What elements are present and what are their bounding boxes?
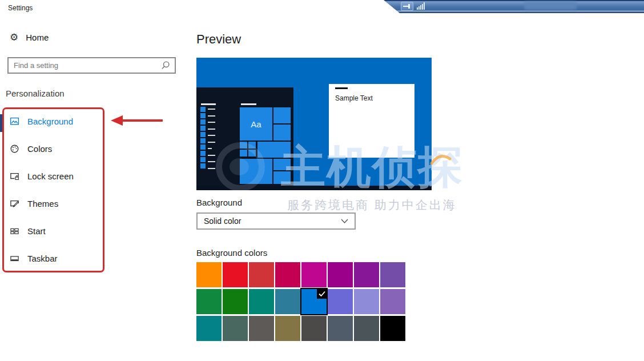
toolbar-fragment (384, 0, 644, 13)
color-swatch[interactable] (380, 316, 405, 341)
sidebar-item-themes[interactable]: Themes (5, 192, 103, 215)
search-icon[interactable] (160, 61, 171, 71)
color-swatch[interactable] (301, 262, 327, 287)
sidebar-item-label: Lock screen (27, 171, 74, 181)
color-swatch[interactable] (196, 316, 222, 341)
selection-indicator (0, 114, 2, 132)
color-swatch[interactable] (275, 316, 300, 341)
color-swatch[interactable] (380, 289, 405, 314)
sidebar-item-background[interactable]: Background (5, 110, 103, 133)
tile (273, 107, 291, 123)
watermark-orange-accent (429, 151, 452, 174)
background-colors-label: Background colors (196, 248, 267, 258)
sidebar-item-colors[interactable]: Colors (5, 137, 103, 160)
color-swatch[interactable] (249, 289, 274, 314)
tile (273, 171, 291, 184)
color-swatch[interactable] (301, 289, 327, 314)
check-icon (317, 289, 327, 299)
tile (240, 159, 272, 184)
sidebar-item-label: Themes (27, 199, 58, 208)
color-swatch[interactable] (354, 289, 379, 314)
color-swatch[interactable] (196, 289, 222, 314)
color-swatch[interactable] (223, 289, 248, 314)
tile-mini-grid (240, 142, 256, 157)
taskbar-icon (10, 254, 19, 263)
background-type-dropdown[interactable]: Solid color (196, 212, 356, 230)
tile (273, 125, 291, 141)
color-swatch[interactable] (275, 262, 300, 287)
settings-window: Settings ⚙ Home Personalization Backgrou… (0, 0, 644, 361)
section-label-personalization: Personalization (6, 89, 65, 98)
home-label: Home (26, 33, 49, 42)
sidebar-item-label: Start (27, 226, 46, 236)
palette-icon (10, 144, 19, 154)
color-swatch[interactable] (354, 262, 379, 287)
color-swatch[interactable] (223, 262, 248, 287)
color-swatch[interactable] (380, 262, 405, 287)
tile (257, 142, 291, 158)
sidebar-item-lock-screen[interactable]: Lock screen (5, 165, 103, 187)
search-box[interactable] (7, 57, 176, 74)
color-swatch[interactable] (249, 316, 274, 341)
taskbar-preview (196, 186, 432, 190)
window-title: Settings (8, 4, 33, 12)
lock-screen-icon (10, 171, 19, 181)
color-swatch[interactable] (328, 316, 353, 341)
sample-text: Sample Text (335, 94, 373, 102)
tile (273, 159, 291, 170)
page-title: Preview (196, 32, 241, 47)
start-tiles-icon (10, 226, 19, 236)
color-swatch[interactable] (275, 289, 300, 314)
pushpin-icon[interactable] (401, 2, 413, 11)
tile-aa: Aa (240, 107, 272, 141)
color-swatch[interactable] (301, 316, 327, 341)
tiles-header-dash (241, 103, 256, 105)
sidebar-item-start[interactable]: Start (5, 219, 103, 242)
color-swatch[interactable] (223, 316, 248, 341)
sidebar-item-label: Background (27, 117, 73, 126)
sidebar-item-home[interactable]: ⚙ Home (10, 33, 49, 42)
image-icon (10, 117, 19, 126)
dropdown-value: Solid color (198, 216, 341, 226)
background-preview: Aa Sample Text (196, 58, 432, 190)
annotation-arrow-tail (122, 119, 163, 122)
background-dropdown-label: Background (196, 198, 242, 207)
blurred-label (524, 2, 577, 10)
sidebar-item-taskbar[interactable]: Taskbar (5, 247, 103, 270)
sidebar-item-label: Colors (27, 144, 52, 154)
signal-bars-icon (417, 2, 426, 10)
color-swatch[interactable] (196, 262, 222, 287)
color-swatch[interactable] (328, 289, 353, 314)
watermark-tagline: 服务跨境电商 助力中企出海 (287, 197, 457, 213)
sidebar-item-label: Taskbar (27, 254, 58, 263)
color-swatch[interactable] (249, 262, 274, 287)
sample-window: Sample Text (329, 84, 414, 158)
search-input[interactable] (9, 61, 160, 70)
themes-icon (10, 199, 19, 208)
hamburger-dash (201, 103, 216, 105)
chevron-down-icon (341, 219, 348, 224)
background-colors-grid (196, 262, 405, 341)
color-swatch[interactable] (354, 316, 379, 341)
gear-icon: ⚙ (10, 33, 18, 42)
annotation-arrow (111, 115, 123, 126)
color-swatch[interactable] (328, 262, 353, 287)
sample-window-dash (335, 87, 348, 89)
